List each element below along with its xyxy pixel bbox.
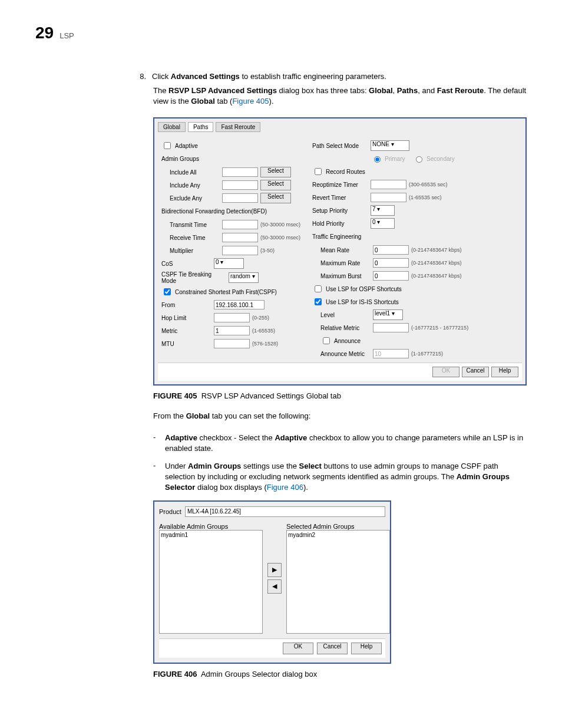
include-any-select-button[interactable]: Select — [260, 180, 291, 190]
help-button[interactable]: Help — [351, 643, 382, 654]
cspf-checkbox[interactable] — [164, 288, 171, 295]
receive-time-label: Receive Time — [170, 235, 220, 241]
include-any-label: Include Any — [170, 182, 220, 189]
figure-405-caption: FIGURE 405 RSVP LSP Advanced Settings Gl… — [153, 391, 527, 400]
available-item[interactable]: myadmin1 — [161, 532, 261, 538]
move-left-button[interactable]: ◀ — [267, 579, 282, 594]
path-select-label: Path Select Mode — [312, 143, 368, 149]
from-label: From — [161, 302, 211, 308]
tab-global[interactable]: Global — [158, 122, 186, 132]
bullet-dash: - — [153, 461, 159, 493]
cancel-button[interactable]: Cancel — [462, 367, 489, 377]
exclude-any-input[interactable] — [222, 193, 258, 203]
announce-metric-hint: (1-16777215) — [411, 351, 443, 357]
multiplier-input[interactable] — [222, 246, 258, 255]
level-label: Level — [320, 312, 371, 318]
reopt-timer-input[interactable] — [371, 180, 406, 189]
available-listbox[interactable]: myadmin1 — [159, 530, 263, 634]
isis-shortcuts-label: Use LSP for IS-IS Shortcuts — [326, 299, 399, 305]
max-rate-label: Maximum Rate — [320, 260, 371, 266]
hop-limit-input[interactable] — [214, 313, 250, 322]
transmit-time-hint: (50-30000 msec) — [260, 222, 300, 228]
selected-listbox[interactable]: myadmin2 — [286, 530, 390, 634]
hop-limit-hint: (0-255) — [252, 315, 269, 321]
step-text: Click Advanced Settings to establish tra… — [152, 72, 386, 81]
figure-405-link[interactable]: Figure 405 — [232, 97, 269, 106]
receive-time-hint: (50-30000 msec) — [260, 235, 300, 241]
available-label: Available Admin Groups — [159, 523, 263, 530]
mean-rate-input[interactable] — [373, 245, 409, 255]
hold-priority-label: Hold Priority — [312, 220, 368, 227]
level-select[interactable]: level1 ▾ — [373, 309, 403, 320]
announce-metric-label: Announce Metric — [320, 351, 371, 357]
figure-406: Product Available Admin Groups myadmin1 … — [153, 500, 391, 664]
max-rate-input[interactable] — [373, 258, 409, 268]
figure-406-link[interactable]: Figure 406 — [267, 483, 303, 492]
rel-metric-input[interactable] — [373, 323, 409, 332]
move-right-button[interactable]: ▶ — [267, 563, 282, 577]
include-all-select-button[interactable]: Select — [260, 167, 291, 177]
revert-hint: (1-65535 sec) — [409, 195, 442, 200]
include-any-input[interactable] — [222, 180, 258, 190]
admin-groups-label: Admin Groups — [161, 156, 300, 162]
max-burst-label: Maximum Burst — [320, 273, 371, 279]
traffic-eng-label: Traffic Engineering — [312, 233, 468, 240]
tab-fast-reroute[interactable]: Fast Reroute — [216, 122, 260, 132]
chapter-label: LSP — [59, 31, 74, 40]
selected-item[interactable]: myadmin2 — [288, 532, 388, 538]
receive-time-input[interactable] — [222, 233, 258, 242]
bullet-adaptive: Adaptive checkbox - Select the Adaptive … — [165, 433, 527, 454]
revert-timer-label: Revert Timer — [312, 195, 368, 201]
record-routes-checkbox[interactable] — [315, 168, 322, 175]
help-button[interactable]: Help — [491, 367, 518, 377]
secondary-radio[interactable] — [416, 156, 422, 163]
include-all-label: Include All — [170, 169, 220, 176]
ok-button[interactable]: OK — [283, 643, 313, 654]
hop-limit-label: Hop Limit — [161, 315, 211, 321]
product-input[interactable] — [185, 506, 385, 517]
selected-label: Selected Admin Groups — [286, 523, 390, 530]
intro-paragraph: The RSVP LSP Advanced Settings dialog bo… — [153, 85, 527, 107]
max-rate-hint: (0-2147483647 kbps) — [411, 260, 462, 266]
transmit-time-label: Transmit Time — [170, 222, 220, 228]
exclude-any-select-button[interactable]: Select — [260, 193, 291, 203]
max-burst-input[interactable] — [373, 271, 409, 281]
tie-mode-select[interactable]: random ▾ — [229, 272, 259, 283]
cancel-button[interactable]: Cancel — [317, 643, 348, 654]
ospf-shortcuts-checkbox[interactable] — [315, 285, 322, 292]
multiplier-label: Multiplier — [170, 248, 220, 254]
metric-input[interactable] — [214, 326, 250, 335]
chapter-number: 29 — [35, 24, 54, 42]
cos-select[interactable]: 0 ▾ — [214, 258, 244, 269]
step-number: 8. — [135, 72, 146, 81]
mean-rate-label: Mean Rate — [320, 247, 371, 253]
path-select-select[interactable]: NONE ▾ — [371, 140, 409, 151]
from-input[interactable] — [214, 300, 265, 309]
exclude-any-label: Exclude Any — [170, 195, 220, 202]
ospf-shortcuts-label: Use LSP for OSPF Shortcuts — [326, 286, 402, 292]
figure-406-caption: FIGURE 406 Admin Groups Selector dialog … — [153, 670, 527, 678]
ok-button[interactable]: OK — [432, 367, 459, 377]
adaptive-label: Adaptive — [175, 143, 198, 149]
transmit-time-input[interactable] — [222, 220, 258, 229]
announce-metric-input[interactable] — [373, 349, 409, 358]
figure-405: Global Paths Fast Reroute Adaptive Admin… — [153, 117, 527, 386]
reopt-hint: (300-65535 sec) — [409, 182, 448, 187]
hold-priority-select[interactable]: 0 ▾ — [371, 218, 395, 229]
mtu-label: MTU — [161, 341, 211, 347]
primary-radio[interactable] — [374, 156, 381, 163]
setup-priority-label: Setup Priority — [312, 207, 368, 214]
revert-timer-input[interactable] — [371, 193, 406, 202]
reopt-timer-label: Reoptimize Timer — [312, 182, 368, 188]
include-all-input[interactable] — [222, 167, 258, 177]
product-label: Product — [159, 508, 181, 515]
tie-mode-label: CSPF Tie Breaking Mode — [161, 271, 226, 284]
tab-paths[interactable]: Paths — [188, 122, 214, 132]
setup-priority-select[interactable]: 7 ▾ — [371, 205, 395, 216]
mtu-hint: (576-1528) — [252, 341, 278, 347]
adaptive-checkbox[interactable] — [164, 142, 171, 149]
isis-shortcuts-checkbox[interactable] — [315, 298, 322, 305]
bullet-dash: - — [153, 433, 159, 454]
announce-checkbox[interactable] — [323, 337, 330, 344]
mtu-input[interactable] — [214, 339, 250, 348]
